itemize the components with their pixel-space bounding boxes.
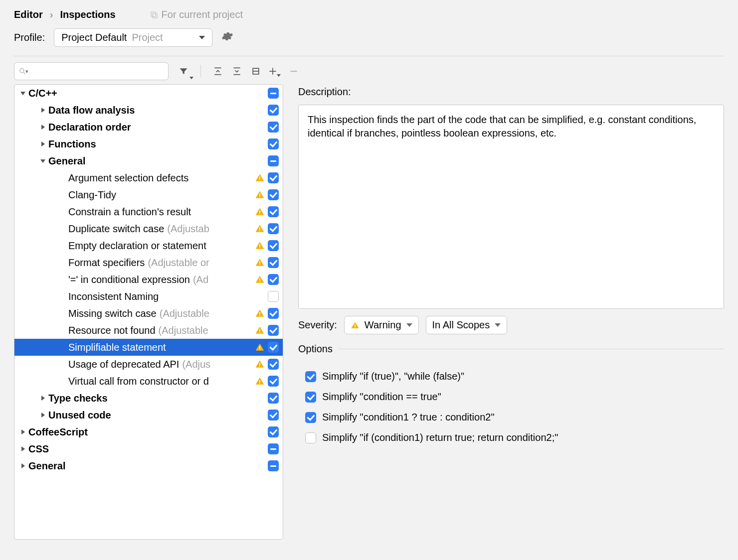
reset-icon: [251, 66, 261, 76]
tree-label: Constrain a function's result: [68, 206, 191, 218]
option-row[interactable]: Simplify "condition == true": [305, 391, 724, 403]
svg-rect-34: [259, 366, 260, 367]
inspection-checkbox[interactable]: [268, 155, 279, 166]
tree-row[interactable]: CSS: [14, 440, 283, 457]
inspection-checkbox[interactable]: [268, 308, 279, 319]
tree-row[interactable]: Duplicate switch case(Adjustab: [14, 220, 283, 237]
inspection-checkbox[interactable]: [268, 257, 279, 268]
filter-button[interactable]: [177, 64, 190, 78]
scope-select[interactable]: In All Scopes: [426, 316, 508, 334]
tree-row[interactable]: Constrain a function's result: [14, 203, 283, 220]
detail-pane: Description: This inspection finds the p…: [298, 84, 724, 540]
add-button[interactable]: [268, 64, 282, 78]
inspection-checkbox[interactable]: [268, 291, 279, 302]
expand-all-icon: [213, 66, 223, 76]
expand-all-button[interactable]: [211, 64, 225, 78]
tree-row[interactable]: Empty declaration or statement: [14, 237, 283, 254]
inspection-checkbox[interactable]: [268, 443, 279, 454]
inspection-checkbox[interactable]: [268, 274, 279, 285]
breadcrumb: Editor › Inspections For current project: [0, 0, 738, 26]
inspection-checkbox[interactable]: [268, 342, 279, 353]
tree-row[interactable]: Unused code: [14, 407, 283, 423]
svg-rect-31: [259, 346, 260, 349]
inspection-checkbox[interactable]: [268, 223, 279, 234]
svg-rect-21: [259, 245, 260, 247]
inspection-checkbox[interactable]: [268, 172, 279, 183]
profile-scope: Project: [132, 32, 163, 43]
inspection-checkbox[interactable]: [268, 88, 279, 99]
tree-row[interactable]: Missing switch case(Adjustable: [14, 305, 283, 322]
option-label: Simplify "condition1 ? true : condition2…: [322, 412, 495, 423]
tree-row[interactable]: Resource not found(Adjustable: [14, 322, 283, 339]
chevron-down-icon[interactable]: [19, 92, 26, 95]
tree-row[interactable]: Data flow analysis: [14, 102, 283, 119]
collapse-all-icon: [232, 66, 242, 76]
option-row[interactable]: Simplify "condition1 ? true : condition2…: [305, 412, 724, 423]
inspection-checkbox[interactable]: [268, 240, 279, 251]
severity-select[interactable]: Warning: [344, 316, 419, 334]
inspection-checkbox[interactable]: [268, 325, 279, 336]
search-input[interactable]: ▾: [14, 62, 169, 80]
remove-button[interactable]: [287, 64, 301, 78]
tree-row[interactable]: '=' in conditional expression(Ad: [14, 271, 283, 288]
tree-row[interactable]: Argument selection defects: [14, 169, 283, 186]
tree-label: Duplicate switch case: [68, 223, 164, 235]
tree-row[interactable]: General: [14, 457, 283, 474]
chevron-right-icon[interactable]: [39, 396, 46, 401]
svg-rect-16: [259, 196, 260, 197]
search-field[interactable]: [30, 66, 164, 77]
tree-row[interactable]: Functions: [14, 136, 283, 152]
tree-row[interactable]: Virtual call from constructor or d: [14, 373, 283, 390]
tree-row[interactable]: Clang-Tidy: [14, 186, 283, 203]
option-row[interactable]: Simplify "if (condition1) return true; r…: [305, 432, 724, 443]
tree-label: Empty declaration or statement: [68, 240, 206, 252]
warning-icon: [255, 275, 265, 284]
separator: [200, 65, 201, 78]
chevron-right-icon[interactable]: [39, 141, 46, 146]
tree-row[interactable]: Type checks: [14, 390, 283, 407]
collapse-all-button[interactable]: [230, 64, 244, 78]
tree-row[interactable]: Simplifiable statement: [14, 339, 283, 356]
profile-select[interactable]: Project Default Project: [54, 28, 212, 47]
option-checkbox[interactable]: [305, 371, 316, 382]
chevron-right-icon[interactable]: [19, 446, 26, 451]
tree-row[interactable]: Declaration order: [14, 119, 283, 136]
inspection-checkbox[interactable]: [268, 376, 279, 387]
inspection-checkbox[interactable]: [268, 189, 279, 200]
chevron-right-icon[interactable]: [39, 125, 46, 130]
option-checkbox[interactable]: [305, 412, 316, 423]
chevron-down-icon: [406, 323, 412, 327]
inspection-checkbox[interactable]: [268, 359, 279, 370]
inspection-checkbox[interactable]: [268, 139, 279, 149]
chevron-down-icon[interactable]: [39, 159, 46, 163]
option-row[interactable]: Simplify "if (true)", "while (false)": [305, 371, 724, 382]
inspection-checkbox[interactable]: [268, 410, 279, 420]
tree-row[interactable]: Inconsistent Naming: [14, 288, 283, 305]
tree-row[interactable]: C/C++: [14, 85, 283, 102]
gear-icon[interactable]: [221, 30, 233, 45]
inspection-checkbox[interactable]: [268, 460, 279, 471]
chevron-right-icon[interactable]: [39, 413, 46, 418]
search-icon: [18, 67, 26, 76]
tree-row[interactable]: General: [14, 152, 283, 169]
inspection-checkbox[interactable]: [268, 426, 279, 437]
option-checkbox[interactable]: [305, 392, 316, 403]
tree-label: C/C++: [28, 88, 57, 99]
tree-row[interactable]: CoffeeScript: [14, 423, 283, 440]
inspection-checkbox[interactable]: [268, 206, 279, 217]
chevron-right-icon[interactable]: [39, 108, 46, 113]
option-checkbox[interactable]: [305, 432, 316, 443]
chevron-right-icon[interactable]: [19, 429, 26, 434]
breadcrumb-inspections[interactable]: Inspections: [60, 9, 115, 20]
tree-row[interactable]: Usage of deprecated API(Adjus: [14, 356, 283, 373]
chevron-right-icon[interactable]: [19, 463, 26, 468]
tree-label: '=' in conditional expression: [68, 274, 190, 285]
breadcrumb-editor[interactable]: Editor: [14, 9, 43, 20]
tree-row[interactable]: Format specifiers(Adjustable or: [14, 254, 283, 271]
inspection-checkbox[interactable]: [268, 105, 279, 116]
inspection-checkbox[interactable]: [268, 122, 279, 133]
reset-button[interactable]: [249, 64, 263, 78]
svg-rect-18: [259, 213, 260, 214]
inspection-checkbox[interactable]: [268, 393, 279, 404]
inspection-tree[interactable]: C/C++Data flow analysisDeclaration order…: [14, 85, 283, 474]
